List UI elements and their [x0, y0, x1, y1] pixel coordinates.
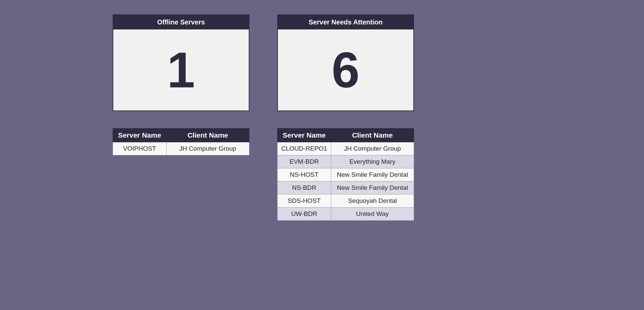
cell-server-name: UW-BDR [278, 208, 331, 221]
offline-servers-card: Offline Servers 1 [113, 14, 249, 111]
table-header-row: Server Name Client Name [113, 129, 249, 142]
cell-server-name: CLOUD-REPO1 [278, 142, 331, 155]
table-row: EVM-BDR Everything Mary [278, 155, 414, 168]
table-row: VOIPHOST JH Computer Group [113, 142, 249, 155]
cell-server-name: VOIPHOST [113, 142, 167, 155]
cell-client-name: Sequoyah Dental [331, 195, 414, 208]
cell-client-name: Everything Mary [331, 155, 414, 168]
column-header-server: Server Name [278, 129, 331, 142]
table-row: SDS-HOST Sequoyah Dental [278, 195, 414, 208]
attention-servers-table: Server Name Client Name CLOUD-REPO1 JH C… [277, 128, 414, 221]
offline-servers-table: Server Name Client Name VOIPHOST JH Comp… [113, 128, 249, 155]
column-header-client: Client Name [331, 129, 414, 142]
cell-client-name: New Smile Family Dental [331, 181, 414, 195]
table-row: UW-BDR United Way [278, 208, 414, 221]
table-header-row: Server Name Client Name [278, 129, 414, 142]
attention-servers-count: 6 [278, 29, 413, 110]
attention-servers-title: Server Needs Attention [278, 15, 413, 29]
cell-client-name: JH Computer Group [166, 142, 249, 155]
cell-server-name: NS-BDR [278, 181, 331, 195]
table-row: NS-BDR New Smile Family Dental [278, 181, 414, 195]
offline-servers-title: Offline Servers [113, 15, 249, 29]
cell-server-name: EVM-BDR [278, 155, 331, 168]
cell-client-name: New Smile Family Dental [331, 168, 414, 181]
cell-server-name: NS-HOST [278, 168, 331, 181]
cell-client-name: JH Computer Group [331, 142, 414, 155]
cell-client-name: United Way [331, 208, 414, 221]
column-header-server: Server Name [113, 129, 167, 142]
offline-servers-count: 1 [113, 29, 249, 110]
cell-server-name: SDS-HOST [278, 195, 331, 208]
attention-servers-card: Server Needs Attention 6 [277, 14, 414, 111]
table-row: NS-HOST New Smile Family Dental [278, 168, 414, 181]
table-row: CLOUD-REPO1 JH Computer Group [278, 142, 414, 155]
column-header-client: Client Name [166, 129, 249, 142]
